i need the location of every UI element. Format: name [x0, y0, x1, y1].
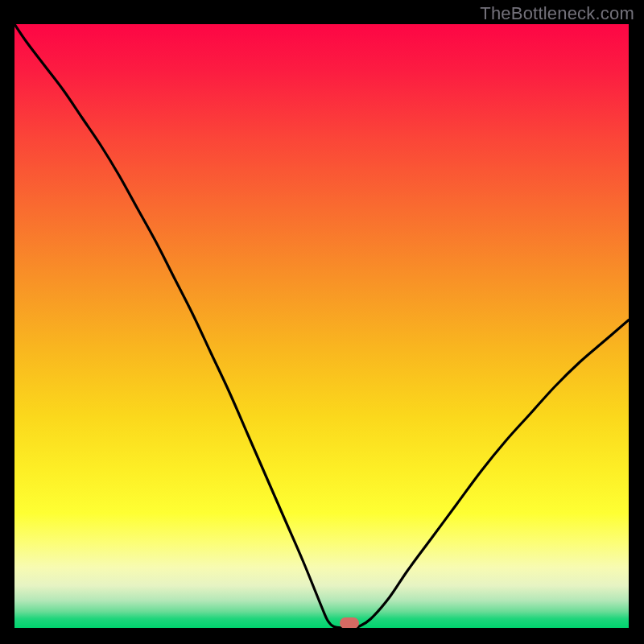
watermark-text: TheBottleneck.com — [480, 3, 634, 24]
optimum-marker — [340, 617, 359, 628]
plot-area — [14, 24, 629, 628]
bottleneck-curve — [14, 24, 629, 628]
curve-layer — [14, 24, 629, 628]
chart-frame: TheBottleneck.com — [0, 0, 644, 644]
